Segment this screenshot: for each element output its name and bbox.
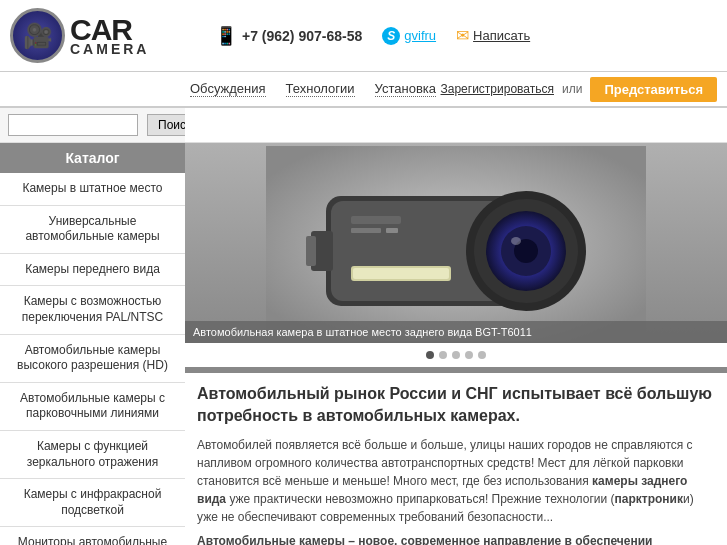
nav-or-label: или [562,82,582,96]
sidebar-header: Каталог [0,143,185,173]
svg-rect-12 [351,228,381,233]
search-area: Поиск [0,108,185,143]
header: CAR CAMERA 📱 +7 (962) 907-68-58 S gvifru… [0,0,727,72]
contact-email[interactable]: ✉ Написать [456,26,530,45]
dot-3[interactable] [452,351,460,359]
sidebar-item-0[interactable]: Камеры в штатное место [0,173,185,206]
email-label: Написать [473,28,530,43]
sidebar-item-8[interactable]: Мониторы автомобильные [0,527,185,545]
slider-dots [185,343,727,367]
slider-image [185,143,727,343]
nav-bar: Обсуждения Технологии Установка Зарегист… [0,72,727,108]
nav-link-technologies[interactable]: Технологии [286,81,355,97]
email-icon: ✉ [456,26,469,45]
nav-links: Обсуждения Технологии Установка [190,81,436,97]
slider-caption: Автомобильная камера в штатное место зад… [185,321,727,343]
sidebar-item-2[interactable]: Камеры переднего вида [0,254,185,287]
logo: CAR CAMERA [10,8,195,63]
contact-skype[interactable]: S gvifru [382,27,436,45]
register-link[interactable]: Зарегистрироваться [441,82,554,96]
svg-rect-11 [351,216,401,224]
header-contacts: 📱 +7 (962) 907-68-58 S gvifru ✉ Написать [215,25,717,47]
sidebar-item-3[interactable]: Камеры с возможностью переключения PAL/N… [0,286,185,334]
phone-icon: 📱 [215,25,237,47]
dot-5[interactable] [478,351,486,359]
body-area: Поиск Каталог Камеры в штатное место Уни… [0,108,727,545]
logo-brand: CAR CAMERA [70,15,149,57]
nav-link-installation[interactable]: Установка [375,81,436,97]
search-input[interactable] [8,114,138,136]
skype-icon: S [382,27,400,45]
svg-rect-13 [386,228,398,233]
image-slider: Автомобильная камера в штатное место зад… [185,143,727,373]
main-content: Автомобильная камера в штатное место зад… [185,143,727,545]
sidebar-item-4[interactable]: Автомобильные камеры высокого разрешения… [0,335,185,383]
para1-bold2: парктроник [615,492,683,506]
para1-mid: уже практически невозможно припарковатьс… [226,492,614,506]
sidebar-item-7[interactable]: Камеры с инфракрасной подсветкой [0,479,185,527]
search-area-row: Поиск [0,108,727,143]
svg-rect-10 [306,236,316,266]
nav-auth: Зарегистрироваться или Представиться [441,77,717,102]
svg-rect-15 [353,268,449,279]
phone-number: +7 (962) 907-68-58 [242,28,362,44]
search-form: Поиск [8,114,177,136]
sidebar: Каталог Камеры в штатное место Универсал… [0,143,185,545]
contact-phone: 📱 +7 (962) 907-68-58 [215,25,362,47]
main-heading: Автомобильный рынок России и СНГ испытыв… [197,383,715,428]
dot-1[interactable] [426,351,434,359]
login-button[interactable]: Представиться [590,77,717,102]
sidebar-item-1[interactable]: Универсальные автомобильные камеры [0,206,185,254]
text-content: Автомобильный рынок России и СНГ испытыв… [185,373,727,545]
dot-2[interactable] [439,351,447,359]
content-top-space [185,108,727,143]
camera-svg [266,146,646,341]
nav-link-discussions[interactable]: Обсуждения [190,81,266,97]
sidebar-item-5[interactable]: Автомобильные камеры с парковочными лини… [0,383,185,431]
svg-point-8 [511,237,521,245]
skype-label: gvifru [404,28,436,43]
logo-icon [10,8,65,63]
paragraph-1: Автомобилей появляется всё больше и боль… [197,436,715,526]
main-layout: Каталог Камеры в штатное место Универсал… [0,143,727,545]
paragraph-2: Автомобильные камеры – новое, современно… [197,532,715,545]
dot-4[interactable] [465,351,473,359]
sidebar-item-6[interactable]: Камеры с функцией зеркального отражения [0,431,185,479]
logo-camera-text: CAMERA [70,41,149,57]
